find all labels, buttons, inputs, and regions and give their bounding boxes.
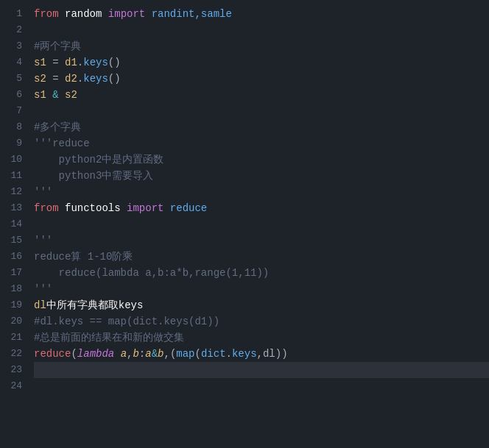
code-token: () [108,73,121,85]
code-token: ''' [34,283,52,295]
code-token: & [152,348,158,360]
code-line: #dl.keys == map(dict.keys(d1)) [34,313,489,330]
code-content[interactable]: from random import randint,samle #两个字典s1… [31,0,489,448]
code-token: ''' [34,186,52,198]
code-token: & [52,89,65,101]
line-number: 7 [0,103,22,119]
code-token: ''' [34,235,52,246]
code-line: from random import randint,samle [34,6,489,22]
code-token: s1 [34,57,52,68]
code-token: . [77,73,83,85]
code-token: random [65,8,108,20]
code-line: from functools import reduce [34,200,489,216]
line-number: 3 [0,38,22,54]
code-line [34,216,489,232]
line-number: 4 [0,54,22,71]
code-line: #两个字典 [34,38,489,54]
code-token: keys [83,57,108,68]
line-number: 9 [0,135,22,152]
code-token: #总是前面的结果在和新的做交集 [34,332,184,344]
code-line: #总是前面的结果在和新的做交集 [34,330,489,346]
code-token: : [139,348,145,360]
code-token: d1 [65,57,77,68]
code-token: s1 [34,89,52,101]
code-line [34,378,489,394]
line-number: 15 [0,232,22,249]
line-number: 8 [0,119,22,135]
code-token: python2中是内置函数 [34,154,163,166]
code-token: reduce [170,202,207,214]
code-token: dict [201,348,226,360]
code-token: b [133,348,138,360]
code-line: ''' [34,184,489,200]
code-token: ,dl)) [257,348,288,360]
code-token: import [108,8,152,20]
code-token: keys [83,73,108,85]
code-token: = [52,57,65,68]
code-token: . [226,348,232,360]
code-token: functools [65,202,127,214]
code-token: python3中需要导入 [34,170,153,182]
line-number: 2 [0,22,22,38]
code-token: from [34,202,65,214]
line-number: 17 [0,265,22,281]
code-token: randint,samle [152,8,232,20]
code-token: ,( [163,348,176,360]
code-line [34,362,489,378]
code-token: map [176,348,194,360]
code-token: d2 [65,73,77,85]
code-token: = [52,73,65,85]
line-number: 16 [0,249,22,265]
code-token: lambda [77,348,121,360]
code-line: dl中所有字典都取keys [34,297,489,313]
line-number: 10 [0,152,22,168]
line-number: 13 [0,200,22,216]
code-line [34,103,489,119]
code-token: () [108,57,121,68]
code-line: s1 = d1.keys() [34,54,489,71]
line-number: 19 [0,297,22,313]
line-number: 18 [0,281,22,297]
code-token: reduce [34,348,71,360]
line-number: 22 [0,346,22,362]
code-token: import [127,202,170,214]
line-number: 24 [0,378,22,394]
code-token: ( [71,348,77,360]
code-token: 中所有字典都取 [46,299,119,311]
code-token: s2 [34,73,52,85]
code-token: '''reduce [34,138,90,149]
line-number: 6 [0,87,22,103]
code-line: reduce算 1-10阶乘 [34,249,489,265]
code-line: ''' [34,281,489,297]
line-number: 23 [0,362,22,378]
code-token: keys [119,299,144,311]
line-numbers: 123456789101112131415161718192021222324 [0,0,31,448]
line-number: 14 [0,216,22,232]
line-number: 21 [0,330,22,346]
line-number: 5 [0,71,22,87]
code-line: python3中需要导入 [34,168,489,184]
code-token: . [77,57,83,68]
code-line: reduce(lambda a,b:a*b,range(1,11)) [34,265,489,281]
line-number: 12 [0,184,22,200]
code-line: s1 & s2 [34,87,489,103]
code-token: dl [34,299,46,311]
code-token: a [121,348,127,360]
code-line: reduce(lambda a,b:a&b,(map(dict.keys,dl)… [34,346,489,362]
code-line: #多个字典 [34,119,489,135]
code-token: #dl.keys == map(dict.keys(d1)) [34,316,219,327]
code-token: ( [195,348,201,360]
code-token: #两个字典 [34,40,81,52]
code-token: #多个字典 [34,121,81,133]
code-token: reduce算 1-10阶乘 [34,251,133,263]
code-line: s2 = d2.keys() [34,71,489,87]
code-editor: 123456789101112131415161718192021222324 … [0,0,489,448]
code-line [34,22,489,38]
line-number: 11 [0,168,22,184]
code-token: s2 [65,89,77,101]
code-token: reduce(lambda a,b:a*b,range(1,11)) [34,267,269,279]
code-line: '''reduce [34,135,489,152]
code-line: python2中是内置函数 [34,152,489,168]
line-number: 20 [0,313,22,330]
line-number: 1 [0,6,22,22]
